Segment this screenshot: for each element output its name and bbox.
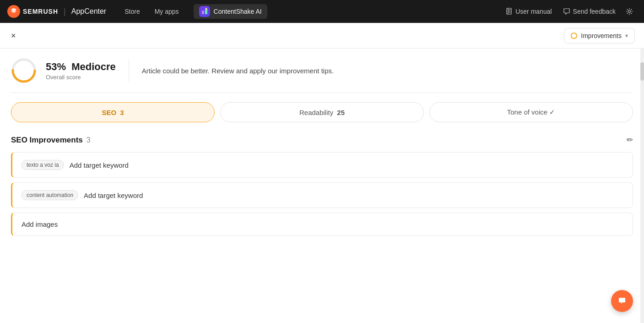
improvements-dot (571, 33, 577, 39)
send-feedback-btn[interactable]: Send feedback (558, 5, 620, 18)
tabs-row: SEO 3 Readability 25 Tone of voice ✓ (11, 102, 633, 122)
improvement-action-1: Add target keyword (70, 161, 129, 169)
overall-label: Overall score (46, 74, 116, 81)
tab-seo[interactable]: SEO 3 (11, 102, 215, 122)
semrush-icon (7, 5, 20, 18)
top-navigation: SEMRUSH | AppCenter Store My apps Conten… (0, 0, 644, 23)
scrollbar-thumb[interactable] (640, 62, 644, 81)
edit-icon[interactable]: ✏ (627, 135, 633, 145)
svg-point-3 (205, 8, 207, 10)
chat-button[interactable] (611, 290, 633, 312)
tab-seo-count: 3 (120, 109, 124, 116)
svg-rect-1 (202, 11, 204, 14)
tab-seo-label: SEO (102, 109, 116, 116)
improvement-action-3: Add images (22, 220, 58, 228)
section-count: 3 (87, 136, 91, 144)
improvements-dropdown[interactable]: Improvements ▾ (564, 28, 635, 44)
svg-point-5 (628, 11, 631, 13)
score-header: 53% Mediocre Overall score Article could… (11, 58, 633, 93)
score-percent-grade: 53% Mediocre (46, 61, 116, 73)
section-header: SEO Improvements 3 ✏ (11, 135, 633, 145)
svg-rect-2 (205, 9, 207, 14)
send-feedback-label: Send feedback (573, 8, 616, 15)
myapps-link[interactable]: My apps (147, 8, 186, 15)
app-name: ContentShake AI (214, 8, 262, 15)
tab-readability-label: Readability (299, 109, 333, 116)
score-description: Article could be better. Review and appl… (142, 67, 334, 75)
section-title: SEO Improvements 3 (11, 136, 91, 145)
tab-readability-count: 25 (337, 109, 345, 116)
user-manual-btn[interactable]: User manual (501, 5, 556, 18)
score-divider (129, 60, 129, 82)
keyword-tag-1: texto a voz ia (22, 160, 64, 170)
feedback-icon (563, 8, 570, 15)
tab-tone[interactable]: Tone of voice ✓ (429, 102, 633, 122)
user-manual-label: User manual (515, 8, 552, 15)
keyword-tag-2: content automation (22, 190, 78, 200)
brand-name: SEMRUSH (23, 8, 58, 15)
chat-icon (617, 296, 627, 306)
section-title-text: SEO Improvements (11, 136, 83, 145)
store-link[interactable]: Store (117, 8, 147, 15)
settings-btn[interactable] (622, 4, 637, 19)
improvements-label: Improvements (581, 32, 622, 39)
main-content: 53% Mediocre Overall score Article could… (0, 49, 644, 323)
improvement-item-2[interactable]: content automation Add target keyword (11, 182, 633, 208)
score-grade: Mediocre (71, 61, 116, 72)
secondary-bar: × Improvements ▾ (0, 23, 644, 49)
nav-divider: | (64, 7, 66, 16)
chevron-down-icon: ▾ (625, 33, 628, 39)
book-icon (505, 8, 513, 15)
score-info: 53% Mediocre Overall score (46, 61, 116, 81)
app-icon (199, 6, 210, 17)
score-percent: 53% (46, 61, 66, 72)
semrush-logo: SEMRUSH (7, 5, 58, 18)
score-circle (11, 58, 37, 83)
appcenter-label: AppCenter (71, 7, 107, 16)
improvement-item-3[interactable]: Add images (11, 213, 633, 236)
improvement-item-1[interactable]: texto a voz ia Add target keyword (11, 152, 633, 178)
tab-readability[interactable]: Readability 25 (220, 102, 424, 122)
app-badge[interactable]: ContentShake AI (194, 4, 267, 19)
score-panel: 53% Mediocre Overall score Article could… (0, 49, 644, 323)
gear-icon (626, 8, 633, 15)
close-button[interactable]: × (9, 30, 18, 42)
tab-tone-label: Tone of voice ✓ (507, 108, 556, 116)
scrollbar-track[interactable] (640, 49, 644, 323)
topnav-right: User manual Send feedback (501, 4, 637, 19)
improvement-action-2: Add target keyword (84, 192, 143, 199)
